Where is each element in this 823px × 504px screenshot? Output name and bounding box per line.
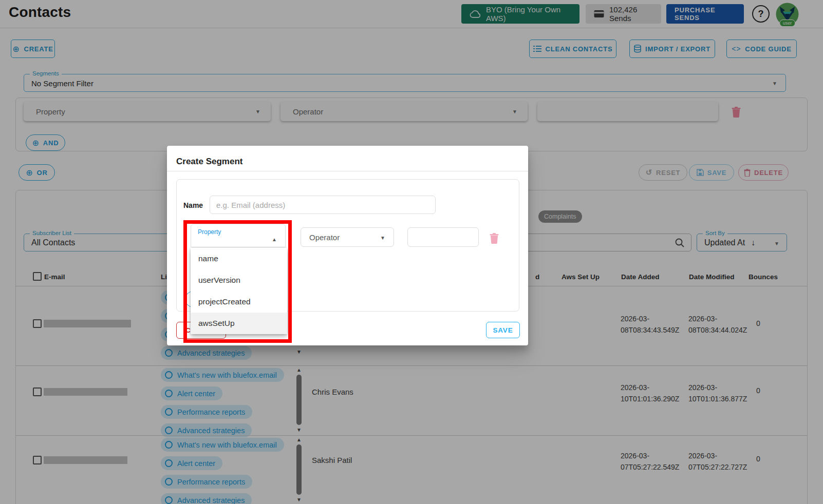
modal-title: Create Segment	[176, 157, 242, 167]
chevron-up-icon: ▲	[272, 237, 277, 242]
menu-item-projectcreated[interactable]: projectCreated	[191, 291, 287, 313]
chevron-down-icon: ▼	[380, 235, 385, 241]
segment-name-input[interactable]	[210, 196, 436, 214]
menu-item-userversion[interactable]: userVersion	[191, 269, 287, 291]
modal-property-select[interactable]: Property ▲	[191, 224, 286, 247]
property-floating-label: Property	[198, 228, 221, 236]
divider	[167, 171, 528, 171]
property-options-menu: name userVersion projectCreated awsSetUp	[191, 248, 287, 334]
contacts-page: Contacts BYO (Bring Your Own AWS) 102,42…	[0, 0, 823, 504]
modal-save-button[interactable]: SAVE	[486, 322, 520, 338]
modal-delete-condition-trash-icon[interactable]	[490, 233, 499, 244]
name-label: Name	[183, 201, 203, 209]
modal-value-input[interactable]	[407, 227, 479, 247]
menu-item-name[interactable]: name	[191, 248, 287, 269]
menu-item-awssetup[interactable]: awsSetUp	[191, 313, 287, 334]
modal-operator-select[interactable]: Operator ▼	[301, 227, 394, 247]
